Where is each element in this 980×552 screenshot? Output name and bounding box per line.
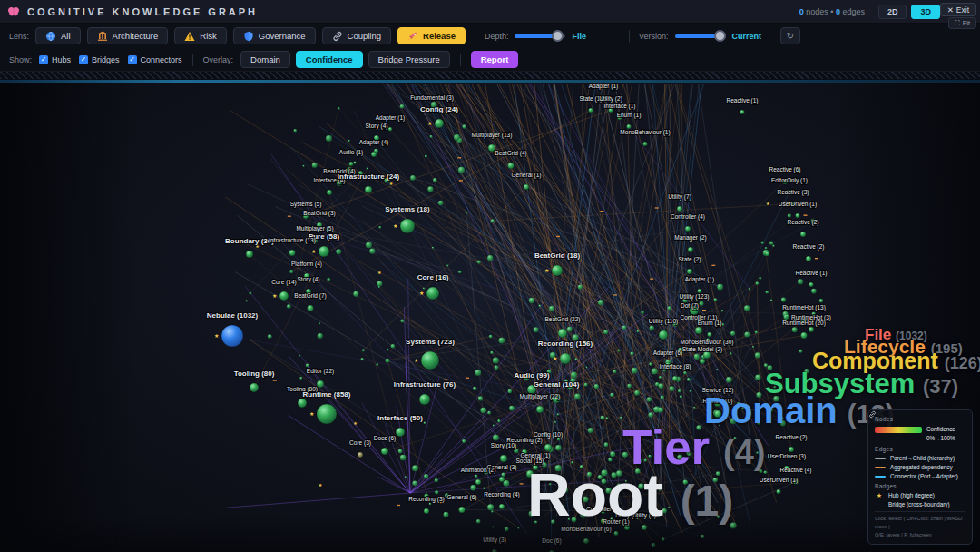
graph-node[interactable]	[637, 458, 642, 463]
graph-node[interactable]	[462, 124, 466, 129]
graph-node[interactable]	[780, 420, 786, 426]
graph-node[interactable]	[360, 358, 363, 360]
graph-node[interactable]	[493, 435, 499, 441]
graph-node[interactable]	[458, 271, 462, 274]
graph-node[interactable]	[353, 291, 358, 297]
graph-node[interactable]	[557, 438, 561, 441]
graph-node[interactable]	[426, 287, 439, 300]
graph-node[interactable]	[558, 329, 567, 338]
graph-node[interactable]	[365, 186, 372, 193]
graph-node[interactable]	[755, 330, 758, 333]
graph-node[interactable]	[459, 507, 466, 513]
graph-node[interactable]	[808, 327, 814, 332]
depth-slider-thumb[interactable]	[552, 30, 564, 42]
graph-node[interactable]	[369, 248, 375, 253]
graph-node[interactable]	[430, 135, 433, 138]
graph-node[interactable]	[583, 497, 588, 502]
graph-node[interactable]	[730, 331, 735, 336]
graph-node[interactable]	[616, 470, 622, 476]
graph-node[interactable]	[614, 531, 619, 536]
graph-node[interactable]	[419, 394, 430, 405]
graph-node[interactable]	[606, 417, 609, 419]
graph-node[interactable]	[638, 483, 644, 489]
graph-node[interactable]	[717, 284, 723, 291]
graph-node[interactable]	[765, 251, 769, 256]
graph-node[interactable]	[412, 481, 417, 487]
graph-node[interactable]	[500, 455, 507, 462]
graph-node[interactable]	[641, 310, 644, 314]
graph-node[interactable]	[470, 485, 476, 491]
graph-node[interactable]	[250, 383, 259, 392]
graph-node[interactable]	[580, 465, 583, 468]
graph-node[interactable]	[533, 465, 538, 470]
graph-node[interactable]	[659, 489, 661, 491]
graph-node[interactable]	[555, 465, 562, 471]
graph-node[interactable]	[689, 390, 691, 392]
graph-node[interactable]	[491, 219, 495, 222]
graph-node[interactable]	[514, 448, 518, 453]
graph-node[interactable]	[637, 330, 640, 333]
graph-node[interactable]	[246, 300, 248, 301]
graph-node[interactable]	[429, 503, 431, 505]
graph-node[interactable]	[318, 246, 329, 257]
graph-node[interactable]	[388, 127, 392, 131]
graph-node[interactable]	[768, 365, 773, 370]
graph-node[interactable]	[477, 261, 481, 264]
graph-node[interactable]	[279, 291, 289, 301]
graph-node[interactable]	[649, 362, 652, 366]
graph-node[interactable]	[789, 447, 794, 452]
graph-node[interactable]	[764, 363, 768, 367]
graph-node[interactable]	[777, 489, 781, 494]
graph-node[interactable]	[564, 488, 568, 492]
graph-node[interactable]	[594, 384, 599, 389]
graph-node[interactable]	[560, 353, 571, 364]
graph-node[interactable]	[630, 351, 633, 355]
graph-node[interactable]	[574, 518, 576, 520]
graph-node[interactable]	[798, 279, 803, 284]
graph-node[interactable]	[538, 305, 541, 308]
graph-node[interactable]	[424, 474, 428, 478]
lens-button-all[interactable]: All	[35, 27, 81, 44]
graph-node[interactable]	[604, 442, 609, 447]
graph-node[interactable]	[713, 478, 718, 482]
version-slider-thumb[interactable]	[714, 30, 726, 42]
graph-node[interactable]	[717, 516, 720, 518]
graph-node[interactable]	[487, 255, 493, 261]
graph-node[interactable]	[544, 444, 552, 451]
graph-node[interactable]	[648, 412, 652, 417]
graph-node[interactable]	[625, 480, 627, 482]
view-3d-button[interactable]: 3D	[911, 5, 940, 19]
graph-node[interactable]	[326, 135, 332, 142]
graph-node[interactable]	[509, 406, 514, 411]
graph-node[interactable]	[348, 140, 349, 142]
graph-node[interactable]	[299, 355, 300, 357]
graph-node[interactable]	[744, 332, 750, 338]
graph-node[interactable]	[366, 242, 372, 249]
graph-node[interactable]	[588, 428, 593, 433]
graph-node[interactable]	[801, 332, 808, 339]
graph-node[interactable]	[688, 247, 693, 252]
graph-node[interactable]	[770, 299, 773, 301]
lens-button-risk[interactable]: Risk	[174, 27, 226, 44]
graph-node[interactable]	[804, 369, 808, 373]
checkbox-connectors[interactable]: ✓Connectors	[128, 55, 182, 64]
graph-node[interactable]	[734, 437, 737, 439]
graph-node[interactable]	[473, 387, 476, 390]
graph-node[interactable]	[400, 455, 407, 461]
graph-node[interactable]	[421, 351, 439, 370]
graph-node[interactable]	[602, 479, 607, 485]
graph-node[interactable]	[683, 371, 687, 375]
graph-node[interactable]	[741, 407, 744, 409]
graph-node[interactable]	[268, 334, 272, 339]
graph-node[interactable]	[694, 354, 700, 360]
graph-node[interactable]	[480, 408, 486, 414]
graph-node[interactable]	[571, 461, 573, 464]
graph-node[interactable]	[554, 421, 556, 423]
graph-node[interactable]	[780, 417, 783, 419]
graph-node[interactable]	[489, 335, 493, 339]
graph-node[interactable]	[680, 395, 682, 398]
graph-node[interactable]	[685, 226, 691, 232]
lens-button-release[interactable]: Release	[397, 27, 466, 44]
graph-node[interactable]	[788, 214, 791, 218]
graph-node[interactable]	[574, 393, 580, 399]
